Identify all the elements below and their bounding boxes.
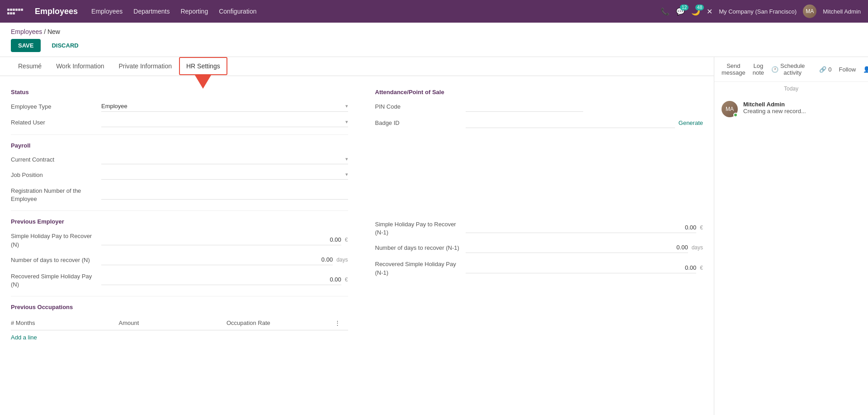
- current-contract-arrow-icon: ▾: [345, 156, 348, 162]
- follower-count: 👤 0: [863, 66, 868, 73]
- occupations-table-header: # Months Amount Occupation Rate ⋮: [11, 316, 348, 330]
- registration-number-input[interactable]: [101, 189, 348, 200]
- recovered-holiday-n1-row: Recovered Simple Holiday Pay (N-1) €: [375, 258, 703, 277]
- payroll-divider: [11, 134, 348, 135]
- days-to-recover-n1-row: Number of days to recover (N-1) days: [375, 242, 703, 253]
- message-avatar: MA: [722, 101, 738, 117]
- menu-configuration[interactable]: Configuration: [219, 6, 256, 17]
- days-to-recover-n-input[interactable]: [101, 254, 333, 265]
- user-name: Mitchell Admin: [823, 8, 861, 15]
- badge-id-label: Badge ID: [375, 119, 466, 126]
- phone-icon[interactable]: 📞: [660, 7, 670, 16]
- form-area: Resumé Work Information Private Informat…: [0, 57, 714, 415]
- menu-reporting[interactable]: Reporting: [180, 6, 208, 17]
- status-section-label: Status: [11, 89, 348, 95]
- follow-button[interactable]: Follow: [839, 66, 856, 73]
- employee-type-arrow-icon: ▾: [345, 103, 348, 109]
- user-avatar[interactable]: MA: [803, 5, 816, 18]
- topnav-right: 📞 💬 12 🌙 48 ✕ My Company (San Francisco)…: [660, 5, 861, 18]
- clock-icon: 🕐: [771, 66, 778, 73]
- menu-departments[interactable]: Departments: [133, 6, 170, 17]
- job-position-select[interactable]: ▾: [101, 170, 348, 180]
- save-button[interactable]: SAVE: [11, 39, 41, 52]
- recovered-holiday-n-unit: €: [345, 277, 348, 283]
- message-body: Mitchell Admin Creating a new record...: [743, 101, 806, 117]
- job-position-row: Job Position ▾: [11, 170, 348, 180]
- pin-code-row: PIN Code: [375, 101, 703, 112]
- chatter: Send message Log note 🕐 Schedule activit…: [714, 57, 868, 415]
- menu-employees[interactable]: Employees: [91, 6, 123, 17]
- log-note-button[interactable]: Log note: [753, 62, 764, 76]
- employee-type-row: Employee Type Employee ▾: [11, 101, 348, 112]
- tab-hr-settings-container: HR Settings: [179, 57, 227, 76]
- recovered-holiday-n1-label: Recovered Simple Holiday Pay (N-1): [375, 258, 466, 277]
- payroll-section-label: Payroll: [11, 142, 348, 149]
- previous-employer-section-label: Previous Employer: [11, 218, 348, 225]
- topnav: Employees Employees Departments Reportin…: [0, 0, 868, 23]
- recovered-holiday-n1-input[interactable]: [466, 262, 697, 273]
- col-amount: Amount: [119, 320, 227, 326]
- messages-badge: 12: [680, 5, 689, 10]
- days-to-recover-n1-input[interactable]: [466, 242, 688, 253]
- discard-button[interactable]: DISCARD: [44, 39, 85, 52]
- employee-type-select[interactable]: Employee ▾: [101, 101, 348, 112]
- simple-holiday-n1-row: Simple Holiday Pay to Recover (N-1) €: [375, 219, 703, 237]
- form-left-col: Status Employee Type Employee ▾ Related …: [11, 87, 348, 341]
- toolbar: SAVE DISCARD: [11, 39, 857, 57]
- apps-grid-icon[interactable]: [7, 9, 22, 14]
- brand-name: Employees: [35, 7, 78, 16]
- pin-code-input[interactable]: [466, 101, 583, 112]
- recovered-holiday-n-label: Recovered Simple Holiday Pay (N): [11, 271, 101, 289]
- related-user-arrow-icon: ▾: [345, 119, 348, 125]
- col-months: # Months: [11, 320, 119, 326]
- simple-holiday-n-label: Simple Holiday Pay to Recover (N): [11, 230, 101, 248]
- badge-id-row: Badge ID Generate: [375, 117, 703, 128]
- tab-private-information[interactable]: Private Information: [111, 57, 179, 76]
- days-to-recover-n-unit: days: [336, 257, 348, 263]
- current-contract-select[interactable]: ▾: [101, 154, 348, 164]
- registration-number-label: Registration Number of the Employee: [11, 185, 101, 203]
- form-two-col: Status Employee Type Employee ▾ Related …: [11, 87, 703, 341]
- send-message-button[interactable]: Send message: [722, 62, 745, 76]
- breadcrumb-separator: /: [44, 28, 47, 35]
- breadcrumb-parent[interactable]: Employees: [11, 28, 42, 35]
- badge-id-input[interactable]: [466, 117, 675, 128]
- pin-code-label: PIN Code: [375, 103, 466, 110]
- company-name: My Company (San Francisco): [719, 8, 797, 15]
- simple-holiday-n-field: €: [101, 234, 348, 245]
- tab-hr-settings[interactable]: HR Settings: [179, 57, 227, 75]
- recovered-holiday-n-input[interactable]: [101, 274, 341, 285]
- generate-button[interactable]: Generate: [679, 119, 703, 126]
- badge-id-field: Generate: [466, 117, 703, 128]
- close-icon[interactable]: ✕: [707, 7, 712, 16]
- main-container: Resumé Work Information Private Informat…: [0, 57, 868, 415]
- tab-work-information[interactable]: Work Information: [49, 57, 111, 76]
- simple-holiday-n1-label: Simple Holiday Pay to Recover (N-1): [375, 219, 466, 237]
- col-options-icon: ⋮: [335, 320, 348, 326]
- previous-occupations-divider: [11, 296, 348, 296]
- simple-holiday-n-row: Simple Holiday Pay to Recover (N) €: [11, 230, 348, 248]
- related-user-row: Related User ▾: [11, 117, 348, 127]
- simple-holiday-n1-input[interactable]: [466, 222, 697, 233]
- days-to-recover-n1-label: Number of days to recover (N-1): [375, 242, 466, 252]
- chatter-toolbar: Send message Log note 🕐 Schedule activit…: [714, 57, 868, 82]
- form-right-col: Attendance/Point of Sale PIN Code Badge …: [366, 87, 703, 341]
- simple-holiday-n-input[interactable]: [101, 234, 341, 245]
- form-content: Status Employee Type Employee ▾ Related …: [0, 76, 714, 352]
- breadcrumb: Employees / New: [11, 28, 857, 35]
- moon-icon[interactable]: 🌙 48: [691, 7, 700, 16]
- job-position-label: Job Position: [11, 172, 101, 178]
- paperclip-count: 🔗 0: [819, 66, 831, 73]
- schedule-activity-button[interactable]: 🕐 Schedule activity: [771, 62, 805, 76]
- days-to-recover-n-label: Number of days to recover (N): [11, 254, 101, 264]
- related-user-select[interactable]: ▾: [101, 117, 348, 127]
- simple-holiday-n-unit: €: [345, 237, 348, 243]
- tab-resume[interactable]: Resumé: [11, 57, 49, 76]
- messages-icon[interactable]: 💬 12: [676, 7, 685, 16]
- previous-employer-divider: [11, 210, 348, 211]
- add-line-button[interactable]: Add a line: [11, 334, 348, 341]
- chatter-message: MA Mitchell Admin Creating a new record.…: [714, 95, 868, 123]
- related-user-label: Related User: [11, 119, 101, 126]
- breadcrumb-current: New: [47, 28, 60, 35]
- days-to-recover-n1-unit: days: [692, 244, 703, 251]
